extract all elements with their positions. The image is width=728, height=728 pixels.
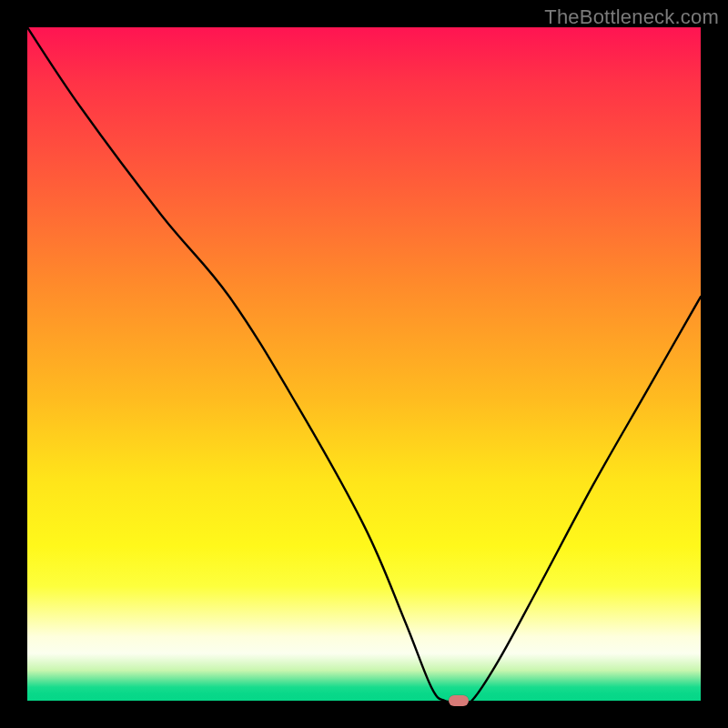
plot-area — [27, 27, 701, 701]
chart-frame: TheBottleneck.com — [0, 0, 728, 728]
curve-path — [27, 27, 701, 701]
bottleneck-curve — [27, 27, 701, 701]
watermark-text: TheBottleneck.com — [544, 5, 719, 29]
optimal-marker — [449, 695, 469, 706]
